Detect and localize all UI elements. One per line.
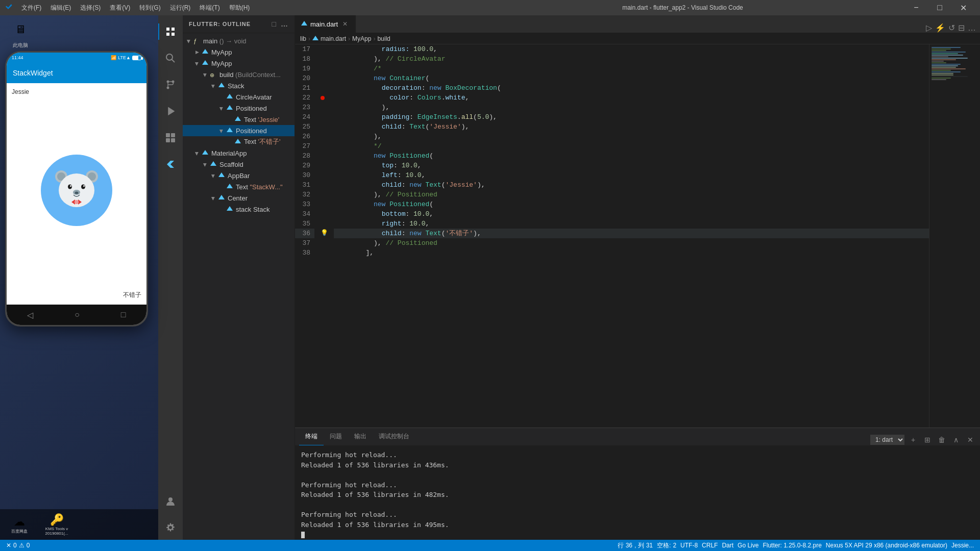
taskbar-kms[interactable]: 🔑 KMS Tools v 20190801(... — [39, 513, 75, 536]
menu-terminal[interactable]: 终端(T) — [195, 3, 224, 13]
tree-item-stack-stack[interactable]: stack Stack — [183, 204, 295, 215]
more-actions-icon[interactable]: … — [968, 23, 976, 33]
split-editor-icon[interactable]: ⊟ — [958, 23, 965, 33]
extensions-activity-btn[interactable] — [158, 126, 183, 150]
desktop-icon-computer[interactable]: 🖥 此电脑 — [4, 19, 37, 49]
tree-arrow-text-stackw — [217, 183, 226, 191]
status-position[interactable]: 行 36 , 列 31 — [616, 541, 655, 550]
tree-item-positioned1[interactable]: ▶ Positioned — [183, 103, 295, 114]
breadcrumb-method[interactable]: build — [377, 35, 390, 42]
menu-select[interactable]: 选择(S) — [76, 3, 105, 13]
status-errors[interactable]: ✕ 0 ⚠ 0 — [4, 542, 32, 549]
code-line-28: new Positioned( — [334, 151, 929, 161]
account-activity-btn[interactable] — [158, 489, 183, 513]
menu-run[interactable]: 运行(R) — [166, 3, 195, 13]
phone-appbar: StackWidget — [7, 63, 146, 83]
code-line-34: bottom: 10.0, — [334, 209, 929, 219]
tab-close-btn[interactable]: ✕ — [341, 20, 349, 28]
panel-tab-problems[interactable]: 问题 — [324, 428, 348, 445]
status-language[interactable]: Dart — [720, 542, 736, 549]
tree-item-myapp1[interactable]: ▶ MyApp — [183, 46, 295, 58]
menu-edit[interactable]: 编辑(E) — [46, 3, 75, 13]
tree-item-stack[interactable]: ▶ Stack — [183, 80, 295, 91]
taskbar: ☁ 百度网盘 🔑 KMS Tools v 20190801(... — [0, 509, 158, 540]
sidebar-more-icon[interactable]: … — [281, 20, 288, 28]
tree-item-text-stackw[interactable]: Text "StackW..." — [183, 181, 295, 192]
run-without-debug-icon[interactable]: ▷ — [926, 23, 932, 33]
svg-rect-16 — [172, 28, 175, 31]
sidebar-expand-icon[interactable]: □ — [272, 20, 277, 28]
close-panel-icon[interactable]: ✕ — [965, 434, 976, 445]
func-icon-main: ƒ — [193, 37, 201, 45]
kill-terminal-icon[interactable]: 🗑 — [936, 434, 947, 445]
minimize-button[interactable]: − — [904, 0, 928, 15]
maximize-button[interactable]: □ — [928, 0, 951, 15]
status-notification[interactable]: Jessie... — [949, 542, 976, 549]
status-flutter[interactable]: Flutter: 1.25.0-8.2.pre — [761, 542, 823, 549]
settings-activity-btn[interactable] — [158, 515, 183, 540]
hot-restart-icon[interactable]: ↺ — [948, 23, 955, 33]
flutter-activity-btn[interactable] — [158, 152, 183, 177]
code-line-19: /* — [334, 64, 929, 73]
new-terminal-icon[interactable]: + — [908, 434, 919, 445]
gutter-35 — [321, 219, 330, 229]
terminal-output[interactable]: Performing hot reload... Reloaded 1 of 5… — [295, 446, 980, 540]
tree-item-materialapp[interactable]: ▶ MaterialApp — [183, 147, 295, 159]
tree-item-appbar[interactable]: ▶ AppBar — [183, 170, 295, 181]
explorer-activity-btn[interactable] — [158, 19, 183, 44]
run-activity-btn[interactable] — [158, 99, 183, 123]
menu-file[interactable]: 文件(F) — [17, 3, 45, 13]
tree-item-positioned2[interactable]: ▶ Positioned — [183, 125, 295, 136]
tree-item-circleavatar[interactable]: CircleAvatar — [183, 91, 295, 103]
panel-tab-output[interactable]: 输出 — [348, 428, 373, 445]
panel-tab-debug[interactable]: 调试控制台 — [373, 428, 415, 445]
tree-item-center[interactable]: ▶ Center — [183, 192, 295, 204]
warning-icon: ⚠ — [19, 542, 24, 549]
code-content[interactable]: radius: 100.0, ), // CircleAvatar /* — [330, 44, 929, 428]
phone-back-btn[interactable]: ◁ — [27, 310, 33, 320]
status-spaces[interactable]: 空格: 2 — [655, 541, 678, 550]
menu-goto[interactable]: 转到(G) — [135, 3, 164, 13]
tree-item-myapp2[interactable]: ▶ MyApp — [183, 58, 295, 69]
tree-item-scaffold[interactable]: ▶ Scaffold — [183, 159, 295, 170]
code-line-33: new Positioned( — [334, 199, 929, 209]
phone-recents-btn[interactable]: □ — [121, 310, 126, 319]
terminal-selector[interactable]: 1: dart — [870, 435, 904, 445]
close-button[interactable]: ✕ — [951, 0, 975, 15]
status-encoding[interactable]: UTF-8 — [678, 542, 700, 549]
split-terminal-icon[interactable]: ⊞ — [922, 434, 933, 445]
lightbulb-36[interactable]: 💡 — [321, 229, 328, 238]
status-go-live[interactable]: Go Live — [736, 542, 761, 549]
breadcrumb-file-icon — [312, 36, 318, 42]
tree-item-build[interactable]: ▶ ⊕ build (BuildContext... — [183, 69, 295, 80]
status-line-ending[interactable]: CRLF — [700, 542, 720, 549]
tree-item-main[interactable]: ▶ ƒ main () → void — [183, 35, 295, 46]
taskbar-baidu[interactable]: ☁ 百度网盘 — [4, 515, 35, 534]
svg-marker-44 — [218, 195, 225, 199]
maximize-panel-icon[interactable]: ∧ — [950, 434, 962, 445]
line-num-37: 37 — [295, 238, 314, 248]
terminal-line-3 — [301, 470, 974, 480]
panel-tab-terminal[interactable]: 终端 — [299, 428, 324, 445]
menu-help[interactable]: 帮助(H) — [225, 3, 254, 13]
status-device[interactable]: Nexus 5X API 29 x86 (android-x86 emulato… — [824, 542, 949, 549]
phone-home-btn[interactable]: ○ — [75, 310, 80, 319]
tab-main-dart[interactable]: main.dart ✕ — [295, 15, 356, 33]
gutter-29 — [321, 161, 330, 170]
code-line-30: left: 10.0, — [334, 170, 929, 180]
desktop-area: 🖥 此电脑 📁 DotPlayerMe 11:44 📶 LTE▲ — [0, 15, 158, 540]
hot-reload-icon[interactable]: ⚡ — [935, 23, 945, 33]
source-control-activity-btn[interactable] — [158, 72, 183, 97]
sidebar-header-actions: □ … — [272, 20, 288, 28]
menu-view[interactable]: 查看(V) — [106, 3, 134, 13]
gutter-20 — [321, 73, 330, 83]
tree-item-text-bukoshi[interactable]: Text '不错子' — [183, 136, 295, 147]
terminal-line-8: Reloaded 1 of 536 libraries in 495ms. — [301, 520, 974, 530]
tree-item-text-jessie[interactable]: Text 'Jessie' — [183, 114, 295, 125]
search-activity-btn[interactable] — [158, 46, 183, 70]
breadcrumb-class[interactable]: MyApp — [352, 35, 371, 42]
code-line-26: ), — [334, 132, 929, 141]
breadcrumb-lib[interactable]: lib — [300, 35, 306, 42]
breadcrumb-file[interactable]: main.dart — [321, 35, 346, 42]
breakpoint-22[interactable] — [321, 96, 325, 100]
